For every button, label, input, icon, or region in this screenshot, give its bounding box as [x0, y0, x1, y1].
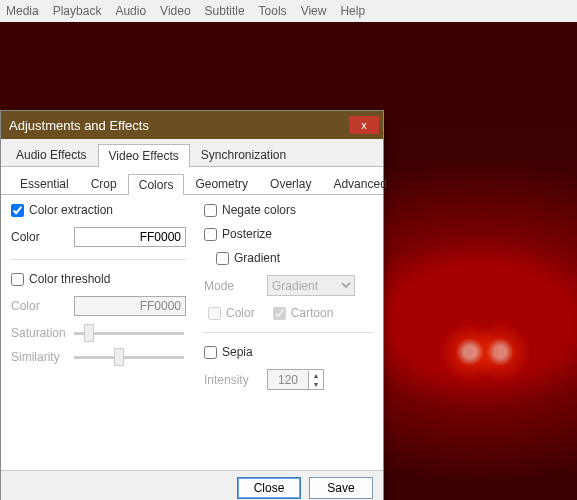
intensity-input	[268, 370, 308, 389]
titlebar[interactable]: Adjustments and Effects x	[1, 111, 383, 139]
intensity-spinner: ▲ ▼	[267, 369, 324, 390]
color-threshold-input[interactable]	[11, 273, 24, 286]
negate-label: Negate colors	[222, 203, 296, 217]
gradient-cartoon-checkbox: Cartoon	[273, 306, 334, 320]
close-button[interactable]: Close	[237, 477, 301, 499]
menu-playback[interactable]: Playback	[53, 4, 102, 18]
gradient-color-input	[208, 307, 221, 320]
subtab-crop[interactable]: Crop	[80, 173, 128, 194]
sub-tabs: Essential Crop Colors Geometry Overlay A…	[1, 167, 383, 195]
menu-tools[interactable]: Tools	[259, 4, 287, 18]
saturation-label: Saturation	[11, 326, 66, 340]
left-col: Color extraction Color Color threshold C…	[11, 203, 186, 462]
menu-subtitle[interactable]: Subtitle	[205, 4, 245, 18]
colors-panel: Color extraction Color Color threshold C…	[1, 195, 383, 470]
subtab-geometry[interactable]: Geometry	[184, 173, 259, 194]
saturation-slider	[74, 332, 184, 335]
tab-synchronization[interactable]: Synchronization	[190, 143, 297, 166]
color2-input	[74, 296, 186, 316]
gradient-color-label: Color	[226, 306, 255, 320]
separator-right	[204, 332, 373, 333]
button-bar: Close Save	[1, 470, 383, 500]
right-col: Negate colors Posterize Gradient Mode Gr…	[204, 203, 373, 462]
gradient-label: Gradient	[234, 251, 280, 265]
posterize-label: Posterize	[222, 227, 272, 241]
close-icon[interactable]: x	[349, 116, 379, 134]
subtab-essential[interactable]: Essential	[9, 173, 80, 194]
mode-label: Mode	[204, 279, 259, 293]
color-threshold-checkbox[interactable]: Color threshold	[11, 272, 186, 286]
gradient-checkbox[interactable]: Gradient	[216, 251, 373, 265]
subtab-overlay[interactable]: Overlay	[259, 173, 322, 194]
adjustments-dialog: Adjustments and Effects x Audio Effects …	[0, 110, 384, 500]
negate-input[interactable]	[204, 204, 217, 217]
gradient-input[interactable]	[216, 252, 229, 265]
menu-help[interactable]: Help	[340, 4, 365, 18]
tab-audio-effects[interactable]: Audio Effects	[5, 143, 98, 166]
color1-input[interactable]	[74, 227, 186, 247]
save-button[interactable]: Save	[309, 477, 373, 499]
color-extraction-label: Color extraction	[29, 203, 113, 217]
main-tabs: Audio Effects Video Effects Synchronizat…	[1, 139, 383, 167]
color-extraction-checkbox[interactable]: Color extraction	[11, 203, 186, 217]
menu-media[interactable]: Media	[6, 4, 39, 18]
spin-down-icon: ▼	[309, 380, 323, 389]
gradient-cartoon-input	[273, 307, 286, 320]
menubar: Media Playback Audio Video Subtitle Tool…	[0, 0, 577, 22]
color2-label: Color	[11, 299, 66, 313]
posterize-checkbox[interactable]: Posterize	[204, 227, 373, 241]
subtab-advanced[interactable]: Advanced	[322, 173, 397, 194]
tab-video-effects[interactable]: Video Effects	[98, 144, 190, 167]
subtab-colors[interactable]: Colors	[128, 174, 185, 195]
sepia-input[interactable]	[204, 346, 217, 359]
menu-audio[interactable]: Audio	[115, 4, 146, 18]
sepia-checkbox[interactable]: Sepia	[204, 345, 373, 359]
menu-view[interactable]: View	[301, 4, 327, 18]
mode-select: Gradient	[267, 275, 355, 296]
gradient-color-checkbox: Color	[208, 306, 255, 320]
gradient-cartoon-label: Cartoon	[291, 306, 334, 320]
dialog-title: Adjustments and Effects	[9, 118, 149, 133]
color1-label: Color	[11, 230, 66, 244]
intensity-label: Intensity	[204, 373, 259, 387]
separator	[11, 259, 186, 260]
posterize-input[interactable]	[204, 228, 217, 241]
negate-checkbox[interactable]: Negate colors	[204, 203, 373, 217]
similarity-label: Similarity	[11, 350, 66, 364]
color-extraction-input[interactable]	[11, 204, 24, 217]
sepia-label: Sepia	[222, 345, 253, 359]
similarity-slider	[74, 356, 184, 359]
menu-video[interactable]: Video	[160, 4, 190, 18]
spin-up-icon: ▲	[309, 371, 323, 380]
color-threshold-label: Color threshold	[29, 272, 110, 286]
